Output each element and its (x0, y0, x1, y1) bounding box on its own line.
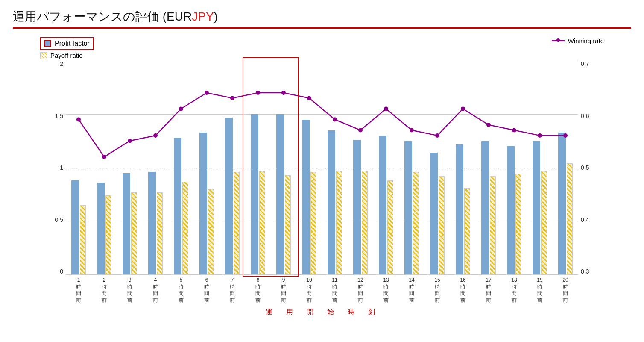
x-axis-label: 1時間前 (66, 277, 91, 304)
x-axis-label: 14時間前 (399, 277, 424, 304)
payoff-ratio-bar (336, 171, 342, 275)
legend-left: Profit factor Payoff ratio (40, 37, 94, 59)
profit-factor-bar (404, 141, 412, 275)
chart-container: Profit factor Payoff ratio Winning rate … (15, 37, 629, 311)
bar-group (194, 61, 220, 274)
x-bottom-label: 運 用 開 始 時 刻 (23, 308, 621, 317)
y-left-label: 0 (60, 268, 63, 274)
y-right-label: 0.5 (581, 165, 589, 171)
y-left-label: 2 (60, 61, 63, 67)
y-right-label: 0.3 (581, 268, 589, 274)
x-axis-label: 18時間前 (501, 277, 527, 304)
y-right-label: 0.4 (581, 217, 589, 223)
payoff-ratio-bar (208, 189, 214, 274)
y-right-label: 0.6 (581, 113, 589, 119)
profit-factor-bar (199, 133, 207, 275)
bar-group (399, 61, 424, 274)
payoff-ratio-bar (362, 171, 368, 275)
bar-group (501, 61, 527, 274)
profit-factor-bar (533, 141, 540, 275)
plot-area (66, 61, 578, 274)
payoff-ratio-bar (131, 192, 137, 275)
x-axis-label: 20時間前 (553, 277, 578, 304)
x-axis-label: 12時間前 (348, 277, 373, 304)
x-axis-label: 8時間前 (245, 277, 271, 304)
bar-group (143, 61, 168, 274)
profit-factor-label: Profit factor (55, 40, 90, 47)
payoff-ratio-bar (490, 176, 496, 274)
legend-payoff-ratio: Payoff ratio (40, 52, 94, 59)
payoff-ratio-bar (259, 171, 265, 275)
x-axis-label: 4時間前 (143, 277, 168, 304)
x-axis-label: 11時間前 (322, 277, 348, 304)
payoff-ratio-bar (105, 195, 111, 274)
chart-area: 21.510.50 0.70.60.50.40.3 (49, 61, 595, 274)
profit-factor-bar (328, 130, 335, 275)
payoff-ratio-bar (310, 172, 316, 274)
bar-group (348, 61, 373, 274)
x-axis-label: 16時間前 (450, 277, 476, 304)
legend-right: Winning rate (552, 37, 604, 44)
payoff-ratio-label: Payoff ratio (50, 52, 83, 59)
bar-group (117, 61, 143, 274)
profit-factor-icon (44, 40, 51, 47)
legend-profit-factor: Profit factor (40, 37, 94, 50)
x-axis-label: 19時間前 (527, 277, 553, 304)
bars-group (66, 61, 578, 274)
payoff-ratio-bar (541, 171, 547, 275)
bar-group (322, 61, 348, 274)
legend-area: Profit factor Payoff ratio Winning rate (15, 37, 629, 59)
x-axis-label: 3時間前 (117, 277, 143, 304)
y-axis-left: 21.510.50 (49, 61, 66, 274)
profit-factor-bar (353, 140, 361, 274)
bar-group (373, 61, 399, 274)
payoff-ratio-bar (182, 182, 188, 275)
profit-factor-bar (225, 118, 233, 275)
y-axis-right: 0.70.60.50.40.3 (578, 61, 595, 274)
profit-factor-bar (456, 144, 463, 274)
bar-group (271, 61, 296, 274)
y-left-label: 0.5 (55, 217, 63, 223)
bar-group (66, 61, 91, 274)
profit-factor-bar (97, 183, 105, 274)
x-axis-label: 10時間前 (296, 277, 322, 304)
payoff-ratio-bar (464, 188, 470, 275)
profit-factor-bar (251, 114, 258, 274)
payoff-ratio-bar (285, 175, 291, 275)
payoff-ratio-bar (413, 172, 419, 274)
x-axis-label: 17時間前 (476, 277, 501, 304)
bar-group (424, 61, 450, 274)
profit-factor-bar (276, 114, 284, 274)
payoff-ratio-bar (387, 180, 393, 274)
payoff-ratio-bar (157, 192, 163, 275)
profit-factor-bar (558, 133, 566, 275)
bar-group (91, 61, 117, 274)
bar-group (476, 61, 501, 274)
bar-group (245, 61, 271, 274)
profit-factor-bar (379, 136, 386, 274)
bar-group (168, 61, 194, 274)
bar-group (450, 61, 476, 274)
y-right-label: 0.7 (581, 61, 589, 67)
y-left-label: 1.5 (55, 113, 63, 119)
payoff-ratio-bar (80, 205, 86, 275)
profit-factor-bar (71, 180, 79, 274)
x-axis-label: 5時間前 (168, 277, 194, 304)
x-axis-label: 15時間前 (424, 277, 450, 304)
profit-factor-bar (507, 146, 515, 274)
profit-factor-bar (481, 141, 489, 275)
x-axis-area: 1時間前2時間前3時間前4時間前5時間前6時間前7時間前8時間前9時間前10時間… (66, 274, 578, 304)
bar-group (220, 61, 245, 274)
x-axis-label: 9時間前 (271, 277, 296, 304)
x-axis-label: 6時間前 (194, 277, 220, 304)
title-underline (13, 27, 631, 29)
payoff-ratio-bar (567, 163, 573, 274)
payoff-ratio-icon (40, 52, 47, 59)
x-axis-label: 2時間前 (91, 277, 117, 304)
payoff-ratio-bar (439, 176, 445, 274)
bar-group (527, 61, 553, 274)
profit-factor-bar (430, 153, 438, 274)
payoff-ratio-bar (234, 172, 240, 274)
profit-factor-bar (302, 120, 310, 275)
profit-factor-bar (148, 172, 156, 274)
